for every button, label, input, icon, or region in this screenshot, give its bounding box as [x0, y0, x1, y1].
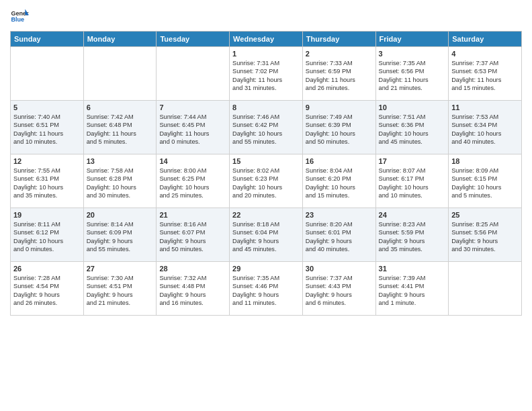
day-info: Sunrise: 8:16 AM Sunset: 6:07 PM Dayligh… [159, 220, 226, 254]
day-number: 25 [451, 211, 519, 219]
weekday-header-wednesday: Wednesday [230, 32, 303, 47]
day-cell: 25Sunrise: 8:25 AM Sunset: 5:56 PM Dayli… [449, 208, 522, 262]
weekday-header-thursday: Thursday [302, 32, 375, 47]
day-info: Sunrise: 8:18 AM Sunset: 6:04 PM Dayligh… [232, 220, 300, 254]
day-cell: 16Sunrise: 8:04 AM Sunset: 6:20 PM Dayli… [302, 154, 375, 208]
svg-text:Blue: Blue [11, 16, 24, 23]
day-number: 27 [87, 265, 154, 273]
day-info: Sunrise: 7:46 AM Sunset: 6:42 PM Dayligh… [232, 113, 300, 146]
day-cell: 22Sunrise: 8:18 AM Sunset: 6:04 PM Dayli… [230, 208, 303, 262]
day-info: Sunrise: 7:53 AM Sunset: 6:34 PM Dayligh… [451, 113, 519, 146]
week-row-4: 19Sunrise: 8:11 AM Sunset: 6:12 PM Dayli… [11, 208, 522, 262]
day-number: 18 [451, 157, 519, 165]
day-cell: 1Sunrise: 7:31 AM Sunset: 7:02 PM Daylig… [230, 47, 303, 101]
day-number: 29 [232, 265, 300, 273]
day-info: Sunrise: 7:37 AM Sunset: 6:53 PM Dayligh… [451, 59, 519, 93]
day-cell: 11Sunrise: 7:53 AM Sunset: 6:34 PM Dayli… [449, 101, 522, 154]
week-row-2: 5Sunrise: 7:40 AM Sunset: 6:51 PM Daylig… [11, 101, 522, 154]
day-cell: 23Sunrise: 8:20 AM Sunset: 6:01 PM Dayli… [302, 208, 375, 262]
day-number: 15 [232, 157, 300, 165]
day-cell: 27Sunrise: 7:30 AM Sunset: 4:51 PM Dayli… [83, 262, 157, 316]
week-row-3: 12Sunrise: 7:55 AM Sunset: 6:31 PM Dayli… [11, 154, 522, 208]
day-cell: 3Sunrise: 7:35 AM Sunset: 6:56 PM Daylig… [375, 47, 449, 101]
day-cell: 31Sunrise: 7:39 AM Sunset: 4:41 PM Dayli… [375, 262, 449, 316]
day-info: Sunrise: 8:14 AM Sunset: 6:09 PM Dayligh… [87, 220, 154, 254]
day-info: Sunrise: 8:20 AM Sunset: 6:01 PM Dayligh… [306, 220, 373, 254]
day-number: 5 [13, 103, 81, 111]
day-info: Sunrise: 8:07 AM Sunset: 6:17 PM Dayligh… [379, 167, 446, 200]
day-info: Sunrise: 7:39 AM Sunset: 4:41 PM Dayligh… [379, 274, 446, 308]
weekday-header-tuesday: Tuesday [157, 32, 230, 47]
day-cell: 26Sunrise: 7:28 AM Sunset: 4:54 PM Dayli… [11, 262, 84, 316]
day-number: 26 [13, 265, 81, 273]
day-info: Sunrise: 7:37 AM Sunset: 4:43 PM Dayligh… [306, 274, 373, 308]
day-cell: 21Sunrise: 8:16 AM Sunset: 6:07 PM Dayli… [157, 208, 230, 262]
day-number: 20 [87, 211, 154, 219]
day-number: 23 [306, 211, 373, 219]
day-cell: 15Sunrise: 8:02 AM Sunset: 6:23 PM Dayli… [230, 154, 303, 208]
day-cell: 5Sunrise: 7:40 AM Sunset: 6:51 PM Daylig… [11, 101, 84, 154]
day-number: 12 [13, 157, 81, 165]
day-cell: 28Sunrise: 7:32 AM Sunset: 4:48 PM Dayli… [157, 262, 230, 316]
day-cell: 30Sunrise: 7:37 AM Sunset: 4:43 PM Dayli… [302, 262, 375, 316]
day-info: Sunrise: 7:58 AM Sunset: 6:28 PM Dayligh… [87, 167, 154, 200]
day-cell: 6Sunrise: 7:42 AM Sunset: 6:48 PM Daylig… [83, 101, 157, 154]
day-number: 31 [379, 265, 446, 273]
day-number: 4 [451, 50, 519, 58]
day-cell: 8Sunrise: 7:46 AM Sunset: 6:42 PM Daylig… [230, 101, 303, 154]
day-info: Sunrise: 7:30 AM Sunset: 4:51 PM Dayligh… [87, 274, 154, 308]
day-info: Sunrise: 7:44 AM Sunset: 6:45 PM Dayligh… [159, 113, 226, 146]
day-number: 21 [159, 211, 226, 219]
day-info: Sunrise: 8:00 AM Sunset: 6:25 PM Dayligh… [159, 167, 226, 200]
day-number: 10 [379, 103, 446, 111]
day-info: Sunrise: 8:11 AM Sunset: 6:12 PM Dayligh… [13, 220, 81, 254]
day-info: Sunrise: 7:51 AM Sunset: 6:36 PM Dayligh… [379, 113, 446, 146]
day-cell: 9Sunrise: 7:49 AM Sunset: 6:39 PM Daylig… [302, 101, 375, 154]
day-cell [11, 47, 84, 101]
day-cell: 19Sunrise: 8:11 AM Sunset: 6:12 PM Dayli… [11, 208, 84, 262]
day-info: Sunrise: 8:23 AM Sunset: 5:59 PM Dayligh… [379, 220, 446, 254]
weekday-header-monday: Monday [83, 32, 157, 47]
day-cell: 13Sunrise: 7:58 AM Sunset: 6:28 PM Dayli… [83, 154, 157, 208]
day-cell: 24Sunrise: 8:23 AM Sunset: 5:59 PM Dayli… [375, 208, 449, 262]
day-info: Sunrise: 7:35 AM Sunset: 6:56 PM Dayligh… [379, 59, 446, 93]
day-number: 7 [159, 103, 226, 111]
day-cell [157, 47, 230, 101]
day-cell: 29Sunrise: 7:35 AM Sunset: 4:46 PM Dayli… [230, 262, 303, 316]
day-cell: 18Sunrise: 8:09 AM Sunset: 6:15 PM Dayli… [449, 154, 522, 208]
day-number: 2 [306, 50, 373, 58]
weekday-header-sunday: Sunday [11, 32, 84, 47]
calendar: SundayMondayTuesdayWednesdayThursdayFrid… [10, 31, 522, 316]
day-number: 1 [232, 50, 300, 58]
day-info: Sunrise: 8:25 AM Sunset: 5:56 PM Dayligh… [451, 220, 519, 254]
day-number: 8 [232, 103, 300, 111]
day-number: 16 [306, 157, 373, 165]
week-row-1: 1Sunrise: 7:31 AM Sunset: 7:02 PM Daylig… [11, 47, 522, 101]
day-info: Sunrise: 7:49 AM Sunset: 6:39 PM Dayligh… [306, 113, 373, 146]
day-info: Sunrise: 7:35 AM Sunset: 4:46 PM Dayligh… [232, 274, 300, 308]
day-cell: 7Sunrise: 7:44 AM Sunset: 6:45 PM Daylig… [157, 101, 230, 154]
day-info: Sunrise: 7:31 AM Sunset: 7:02 PM Dayligh… [232, 59, 300, 93]
day-info: Sunrise: 7:42 AM Sunset: 6:48 PM Dayligh… [87, 113, 154, 146]
logo-icon: General Blue [10, 7, 29, 26]
day-number: 14 [159, 157, 226, 165]
day-info: Sunrise: 7:55 AM Sunset: 6:31 PM Dayligh… [13, 167, 81, 200]
week-row-5: 26Sunrise: 7:28 AM Sunset: 4:54 PM Dayli… [11, 262, 522, 316]
day-info: Sunrise: 7:32 AM Sunset: 4:48 PM Dayligh… [159, 274, 226, 308]
day-cell: 10Sunrise: 7:51 AM Sunset: 6:36 PM Dayli… [375, 101, 449, 154]
day-cell: 20Sunrise: 8:14 AM Sunset: 6:09 PM Dayli… [83, 208, 157, 262]
header: General Blue [10, 7, 522, 26]
day-cell: 2Sunrise: 7:33 AM Sunset: 6:59 PM Daylig… [302, 47, 375, 101]
day-number: 19 [13, 211, 81, 219]
day-info: Sunrise: 8:02 AM Sunset: 6:23 PM Dayligh… [232, 167, 300, 200]
day-number: 9 [306, 103, 373, 111]
day-cell: 17Sunrise: 8:07 AM Sunset: 6:17 PM Dayli… [375, 154, 449, 208]
day-number: 24 [379, 211, 446, 219]
day-number: 6 [87, 103, 154, 111]
day-cell: 14Sunrise: 8:00 AM Sunset: 6:25 PM Dayli… [157, 154, 230, 208]
day-number: 11 [451, 103, 519, 111]
day-number: 22 [232, 211, 300, 219]
day-number: 13 [87, 157, 154, 165]
day-info: Sunrise: 7:40 AM Sunset: 6:51 PM Dayligh… [13, 113, 81, 146]
day-number: 17 [379, 157, 446, 165]
